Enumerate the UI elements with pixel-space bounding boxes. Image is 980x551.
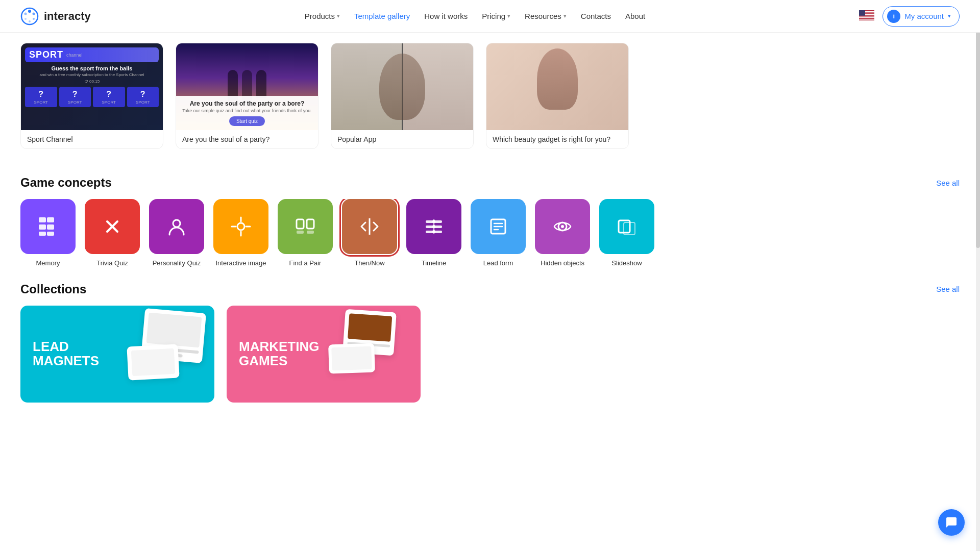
sport-tiles: ?SPORT ?SPORT ?SPORT ?SPORT <box>25 87 159 107</box>
svg-rect-31 <box>297 231 304 234</box>
game-concepts-see-all[interactable]: See all <box>936 179 960 187</box>
slideshow-label: Slideshow <box>611 259 642 268</box>
svg-point-4 <box>29 20 31 22</box>
party-card[interactable]: Are you the soul of the party or a bore?… <box>176 43 318 149</box>
hidden-icon <box>551 215 574 238</box>
resources-arrow: ▾ <box>564 13 567 19</box>
game-item-trivia[interactable]: Trivia Quiz <box>85 199 140 268</box>
game-concepts-header: Game concepts See all <box>20 176 960 190</box>
leadform-icon-box <box>471 199 526 254</box>
sport-subtext: and win a free monthly subscription to t… <box>39 72 144 77</box>
slideshow-icon <box>616 215 638 238</box>
findpair-icon <box>294 215 316 238</box>
sport-timer: ⏱ 00:15 <box>84 79 100 84</box>
svg-rect-20 <box>47 232 54 236</box>
sport-tile-3: ?SPORT <box>93 87 125 107</box>
personality-icon-box <box>149 199 204 254</box>
svg-point-1 <box>28 10 31 13</box>
timeline-icon-box <box>406 199 461 254</box>
nav-about[interactable]: About <box>625 12 645 20</box>
game-item-leadform[interactable]: Lead form <box>471 199 526 268</box>
collections-section: Collections See all LEADMAGNETS <box>20 282 960 403</box>
collections-grid: LEADMAGNETS MARKETINGGAMES <box>20 306 960 403</box>
svg-point-38 <box>432 220 435 223</box>
personality-label: Personality Quiz <box>153 259 201 268</box>
findpair-icon-box <box>278 199 333 254</box>
svg-point-40 <box>432 230 435 233</box>
hidden-icon-box <box>535 199 590 254</box>
nav-template-gallery[interactable]: Template gallery <box>354 12 410 20</box>
game-item-memory[interactable]: Memory <box>20 199 76 268</box>
svg-rect-29 <box>297 219 304 229</box>
game-item-thennow[interactable]: Then/Now <box>342 199 397 268</box>
trivia-icon <box>101 215 124 238</box>
collections-title: Collections <box>20 282 86 296</box>
sport-channel-card[interactable]: SPORT channel Guess the sport from the b… <box>20 43 163 149</box>
game-item-findpair[interactable]: Find a Pair <box>278 199 333 268</box>
nav-right: i My account ▾ <box>859 6 960 27</box>
scrollbar[interactable] <box>976 0 980 423</box>
trivia-icon-box <box>85 199 140 254</box>
svg-rect-15 <box>39 217 46 222</box>
interactive-icon <box>230 215 252 238</box>
collection-marketing-games[interactable]: MARKETINGGAMES <box>227 306 421 403</box>
collections-see-all[interactable]: See all <box>936 285 960 293</box>
party-start-button[interactable]: Start quiz <box>229 116 265 126</box>
lead-magnets-label: LEADMAGNETS <box>33 339 99 368</box>
findpair-label: Find a Pair <box>289 259 322 268</box>
party-card-image: Are you the soul of the party or a bore?… <box>176 43 318 130</box>
timeline-label: Timeline <box>422 259 447 268</box>
memory-icon-box <box>20 199 76 254</box>
party-overlay-title: Are you the soul of the party or a bore? <box>182 100 312 107</box>
popular-app-label: Popular App <box>331 130 473 148</box>
nav-contacts[interactable]: Contacts <box>581 12 611 20</box>
svg-point-46 <box>561 225 564 228</box>
game-item-slideshow[interactable]: Slideshow <box>599 199 654 268</box>
my-account-button[interactable]: i My account ▾ <box>883 6 960 27</box>
game-item-timeline[interactable]: Timeline <box>406 199 461 268</box>
sport-banner-title: SPORT <box>29 49 63 60</box>
interactive-icon-box <box>213 199 268 254</box>
party-overlay: Are you the soul of the party or a bore?… <box>176 96 318 130</box>
navigation: interacty Products ▾ Template gallery Ho… <box>0 0 980 33</box>
us-flag-icon <box>859 10 874 20</box>
nav-links: Products ▾ Template gallery How it works… <box>305 12 645 20</box>
beauty-card-label: Which beauty gadget is right for you? <box>486 130 628 148</box>
thennow-label: Then/Now <box>354 259 384 268</box>
sport-banner-sub: channel <box>66 53 83 58</box>
party-overlay-sub: Take our simple quiz and find out what y… <box>182 108 312 113</box>
logo[interactable]: interacty <box>20 7 91 26</box>
svg-point-39 <box>432 225 435 228</box>
svg-point-6 <box>24 12 27 15</box>
svg-point-23 <box>173 220 180 227</box>
svg-rect-12 <box>859 17 874 18</box>
scroll-thumb[interactable] <box>976 28 980 248</box>
game-item-interactive[interactable]: Interactive image <box>213 199 268 268</box>
slideshow-icon-box <box>599 199 654 254</box>
svg-point-2 <box>33 12 35 15</box>
beauty-card-image: Which beauty gadget is right for you? Ta… <box>486 43 628 130</box>
popular-app-card[interactable]: Popular App <box>331 43 474 149</box>
nav-pricing[interactable]: Pricing ▾ <box>482 12 510 20</box>
hidden-label: Hidden objects <box>541 259 584 268</box>
nav-products[interactable]: Products ▾ <box>305 12 340 20</box>
beauty-card[interactable]: Which beauty gadget is right for you? Ta… <box>486 43 629 149</box>
game-item-personality[interactable]: Personality Quiz <box>149 199 204 268</box>
svg-rect-14 <box>859 10 865 16</box>
svg-rect-16 <box>47 217 54 222</box>
collections-header: Collections See all <box>20 282 960 296</box>
sport-tile-4: ?SPORT <box>127 87 159 107</box>
game-item-hidden[interactable]: Hidden objects <box>535 199 590 268</box>
game-concepts-grid: Memory Trivia Quiz <box>20 199 960 268</box>
nav-resources[interactable]: Resources ▾ <box>525 12 567 20</box>
language-selector[interactable] <box>859 10 874 22</box>
collection-lead-magnets[interactable]: LEADMAGNETS <box>20 306 214 403</box>
svg-point-24 <box>237 223 244 230</box>
svg-point-3 <box>33 18 35 20</box>
sport-tile-2: ?SPORT <box>59 87 91 107</box>
page-content: SPORT channel Guess the sport from the b… <box>0 33 980 423</box>
nav-how-it-works[interactable]: How it works <box>424 12 468 20</box>
svg-rect-30 <box>307 219 314 229</box>
personality-icon <box>165 215 188 238</box>
interactive-label: Interactive image <box>216 259 266 268</box>
